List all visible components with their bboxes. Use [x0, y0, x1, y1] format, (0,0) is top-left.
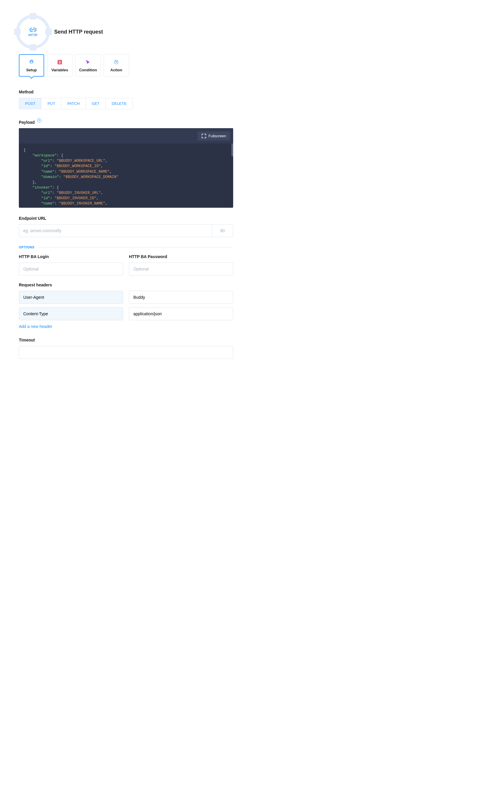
header-row: [19, 291, 233, 304]
tab-action[interactable]: Action: [104, 54, 129, 77]
ba-password-label: HTTP BA Password: [129, 254, 233, 259]
page-title: Send HTTP request: [54, 29, 103, 35]
tab-setup[interactable]: Setup: [19, 54, 44, 77]
fullscreen-icon: [202, 134, 206, 138]
header-value-input[interactable]: [129, 307, 233, 320]
payload-editor[interactable]: Fullscreen { "workspace": { "url": "$BUD…: [19, 128, 233, 208]
help-icon[interactable]: ?: [37, 118, 41, 122]
tab-label: Action: [110, 68, 122, 72]
endpoint-url-input[interactable]: [19, 224, 212, 237]
timeout-label: Timeout: [19, 338, 233, 342]
ba-password-input[interactable]: [129, 263, 233, 276]
options-divider: OPTIONS: [19, 246, 233, 249]
http-icon-label: HTTP: [29, 33, 38, 37]
method-label: Method: [19, 89, 233, 94]
tab-variables[interactable]: $Variables: [47, 54, 72, 77]
editor-scrollbar[interactable]: [231, 143, 233, 156]
setup-icon: [28, 59, 35, 65]
ba-login-label: HTTP BA Login: [19, 254, 123, 259]
header-value-input[interactable]: [129, 291, 233, 304]
tab-label: Setup: [26, 68, 37, 72]
method-delete[interactable]: DELETE: [106, 98, 132, 109]
ba-login-input[interactable]: [19, 263, 123, 276]
header-name-input[interactable]: [19, 291, 123, 304]
method-get[interactable]: GET: [86, 98, 106, 109]
header-name-input[interactable]: [19, 307, 123, 320]
svg-point-6: [116, 62, 117, 63]
endpoint-label: Endpoint URL: [19, 216, 233, 221]
action-icon: [113, 59, 120, 65]
tab-label: Variables: [51, 68, 68, 72]
link-icon: [29, 27, 37, 33]
variables-icon: $: [57, 59, 63, 65]
method-patch[interactable]: PATCH: [61, 98, 86, 109]
method-put[interactable]: PUT: [42, 98, 61, 109]
method-post[interactable]: POST: [19, 98, 42, 109]
method-button-group: POSTPUTPATCHGETDELETE: [19, 98, 133, 109]
payload-label: Payload ?: [19, 120, 233, 125]
svg-text:IF: IF: [86, 60, 88, 62]
tabs-row: Setup$VariablesIFConditionAction: [19, 54, 233, 77]
timeout-input[interactable]: [19, 346, 233, 359]
endpoint-port-input[interactable]: [212, 224, 233, 237]
headers-label: Request headers: [19, 283, 233, 287]
page-header: HTTP Send HTTP request: [19, 18, 233, 46]
tab-label: Condition: [79, 68, 97, 72]
http-action-icon: HTTP: [19, 18, 47, 46]
add-header-link[interactable]: Add a new header: [19, 324, 52, 329]
fullscreen-button[interactable]: Fullscreen: [198, 131, 230, 140]
header-row: [19, 307, 233, 320]
tab-condition[interactable]: IFCondition: [75, 54, 101, 77]
svg-text:$: $: [59, 60, 61, 64]
condition-icon: IF: [85, 59, 91, 65]
